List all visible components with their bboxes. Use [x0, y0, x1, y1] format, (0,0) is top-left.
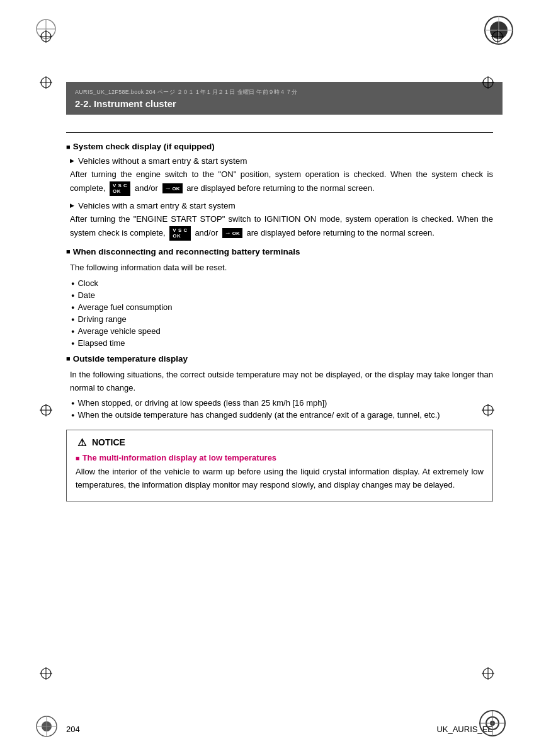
battery-item-elapsed: Elapsed time — [66, 338, 493, 348]
sub2-body: After turning the "ENGINE START STOP" sw… — [66, 213, 493, 241]
header-bar: AURIS_UK_12F58E.book 204 ページ ２０１１年１月２１日 … — [66, 82, 503, 115]
vsc-badge-2: V S COK — [169, 226, 190, 241]
notice-header: ⚠ NOTICE — [76, 437, 484, 448]
deco-circle-bottom-left — [35, 714, 59, 738]
deco-circle-bottom-right — [477, 708, 508, 738]
reg-mark-section-tr — [481, 76, 495, 89]
header-meta: AURIS_UK_12F58E.book 204 ページ ２０１１年１月２１日 … — [75, 88, 503, 96]
ok-badge-1: →OK — [162, 183, 183, 193]
main-content: System check display (if equipped) Vehic… — [66, 132, 493, 674]
outside-temp-body: In the following situations, the correct… — [66, 369, 493, 395]
notice-sub-heading: The multi-information display at low tem… — [76, 453, 484, 462]
notice-body: Allow the interior of the vehicle to war… — [76, 466, 484, 492]
system-check-heading: System check display (if equipped) — [66, 142, 493, 151]
battery-intro: The following information data will be r… — [66, 261, 493, 275]
page-number: 204 — [66, 724, 80, 734]
sub2-label: Vehicles with a smart entry & start syst… — [66, 201, 493, 210]
reg-mark-section-tl — [39, 76, 53, 89]
ok-badge-2: →OK — [222, 228, 242, 238]
battery-item-clock: Clock — [66, 278, 493, 288]
battery-item-speed: Average vehicle speed — [66, 326, 493, 336]
reg-mark-mid-left — [39, 403, 53, 417]
battery-item-date: Date — [66, 290, 493, 300]
battery-item-range: Driving range — [66, 314, 493, 324]
outside-temp-heading: Outside temperature display — [66, 354, 493, 364]
notice-triangle-icon: ⚠ — [76, 437, 88, 448]
sub1-body: After turning the engine switch to the "… — [66, 168, 493, 196]
vsc-badge-1: V S COK — [110, 181, 130, 196]
sub1-label: Vehicles without a smart entry & start s… — [66, 156, 493, 166]
battery-item-fuel: Average fuel consumption — [66, 302, 493, 312]
reg-mark-top-left — [39, 30, 53, 43]
battery-heading: When disconnecting and reconnecting batt… — [66, 247, 493, 256]
outside-temp-item-2: When the outside temperature has changed… — [66, 410, 493, 420]
notice-box: ⚠ NOTICE The multi-information display a… — [66, 430, 493, 501]
reg-mark-section-bl — [39, 667, 53, 680]
outside-temp-item-1: When stopped, or driving at low speeds (… — [66, 398, 493, 408]
reg-mark-top-right — [491, 30, 504, 43]
header-title: 2-2. Instrument cluster — [75, 98, 503, 109]
top-divider — [66, 132, 493, 133]
